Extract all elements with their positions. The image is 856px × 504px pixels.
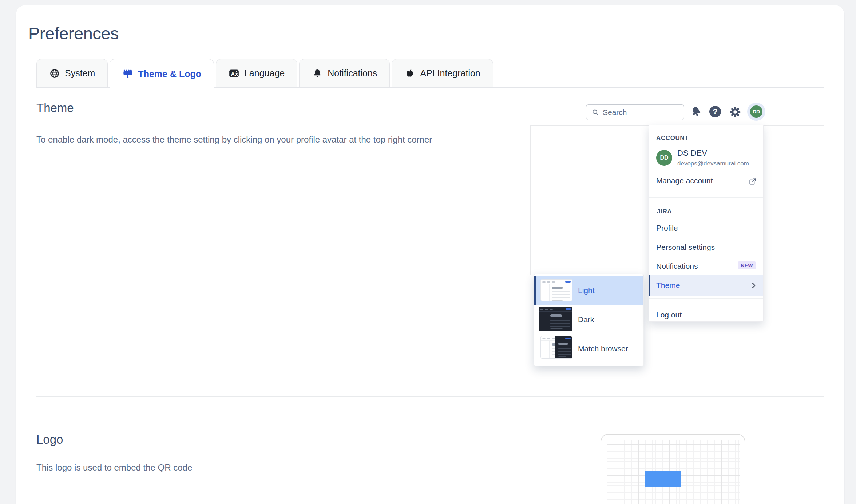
menu-divider (649, 197, 763, 198)
user-email: devops@devsamurai.com (677, 160, 749, 167)
theme-option-label: Dark (578, 315, 594, 324)
user-name: DS DEV (677, 148, 707, 158)
apple-icon (404, 68, 415, 79)
manage-account-item[interactable]: Manage account (649, 173, 763, 189)
logo-section-description: This logo is used to embed the QR code (36, 463, 192, 473)
logo-preview-card (601, 434, 745, 504)
logo-image (645, 471, 681, 487)
globe-icon (49, 68, 60, 79)
tab-language[interactable]: A Language (216, 59, 297, 87)
announcement-bell-icon[interactable] (689, 104, 704, 119)
bell-icon (312, 68, 323, 79)
tab-bar: System Theme & Logo A (36, 59, 493, 89)
dark-half (555, 336, 572, 358)
preferences-page: Preferences System (0, 0, 856, 504)
gear-icon[interactable] (728, 105, 742, 119)
light-theme-preview (540, 279, 572, 301)
search-input[interactable] (603, 108, 675, 117)
tab-label: Language (244, 68, 285, 79)
selected-indicator-bar (649, 275, 650, 296)
account-section-label: ACCOUNT (656, 135, 689, 142)
question-mark-glyph: ? (709, 106, 721, 117)
tab-label: Notifications (328, 68, 377, 79)
menu-item-label: Theme (656, 281, 680, 290)
search-icon (591, 108, 599, 116)
logout-label: Log out (656, 311, 682, 319)
illustration-left-border (530, 125, 531, 275)
menu-avatar: DD (656, 150, 672, 166)
tab-system[interactable]: System (36, 59, 108, 87)
menu-item-theme[interactable]: Theme (649, 275, 763, 296)
svg-text:A: A (231, 71, 235, 76)
avatar-initials: DD (750, 105, 762, 118)
menu-item-logout[interactable]: Log out (649, 307, 763, 323)
tab-theme-logo[interactable]: Theme & Logo (110, 59, 214, 89)
paint-brush-icon (122, 69, 133, 80)
tab-api-integration[interactable]: API Integration (392, 59, 493, 87)
search-input-wrapper (586, 104, 684, 120)
menu-item-label: Notifications (656, 262, 698, 271)
tab-label: API Integration (420, 68, 480, 79)
profile-avatar[interactable]: DD (747, 103, 765, 121)
help-icon[interactable]: ? (708, 104, 722, 119)
manage-account-label: Manage account (656, 176, 713, 185)
theme-option-label: Light (578, 286, 595, 295)
menu-divider (649, 298, 763, 299)
match-browser-preview (540, 336, 572, 359)
page-title: Preferences (28, 23, 119, 43)
logo-section-heading: Logo (36, 433, 63, 447)
chevron-right-icon (749, 281, 758, 291)
dark-theme-preview (539, 307, 572, 331)
account-dropdown-menu: ACCOUNT DD DS DEV devops@devsamurai.com … (649, 125, 764, 322)
logo-grid-background (607, 440, 740, 504)
tab-label: System (65, 68, 95, 79)
new-badge: NEW (738, 261, 756, 269)
selected-indicator-bar (534, 276, 536, 305)
theme-section-description: To enable dark mode, access the theme se… (36, 135, 432, 145)
menu-item-profile[interactable]: Profile (649, 220, 763, 236)
external-link-icon (748, 177, 757, 188)
jira-section-label: JIRA (657, 208, 672, 215)
theme-section-heading: Theme (36, 101, 74, 115)
tab-label: Theme & Logo (138, 69, 201, 79)
translate-icon: A (229, 68, 239, 79)
menu-item-label: Personal settings (656, 243, 715, 252)
menu-item-personal-settings[interactable]: Personal settings (649, 239, 763, 255)
theme-option-label: Match browser (578, 344, 628, 353)
menu-item-label: Profile (656, 224, 678, 232)
theme-submenu: Light Dark Match browser (534, 274, 644, 366)
section-divider (36, 396, 824, 397)
tab-notifications[interactable]: Notifications (299, 59, 390, 87)
